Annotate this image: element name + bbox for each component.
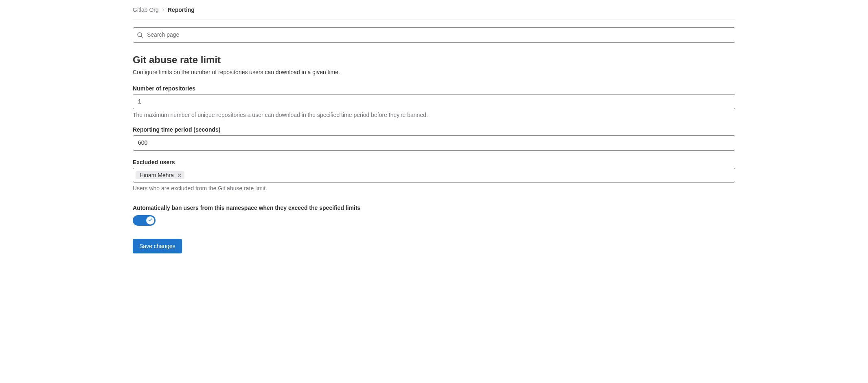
num-repos-group: Number of repositories The maximum numbe… [133, 85, 735, 119]
auto-ban-label: Automatically ban users from this namesp… [133, 205, 735, 211]
num-repos-help: The maximum number of unique repositorie… [133, 112, 735, 118]
auto-ban-toggle[interactable] [133, 215, 156, 226]
excluded-users-group: Excluded users Hinam Mehra Users who are… [133, 159, 735, 192]
breadcrumb-current: Reporting [168, 7, 195, 13]
search-icon [137, 32, 143, 38]
chevron-right-icon [161, 8, 165, 12]
search-wrapper [133, 27, 735, 43]
time-period-input[interactable] [133, 135, 735, 151]
auto-ban-section: Automatically ban users from this namesp… [133, 205, 735, 226]
excluded-users-input[interactable]: Hinam Mehra [133, 168, 735, 183]
num-repos-label: Number of repositories [133, 85, 735, 92]
excluded-users-help: Users who are excluded from the Git abus… [133, 185, 735, 192]
page-title: Git abuse rate limit [133, 54, 735, 66]
num-repos-input[interactable] [133, 94, 735, 110]
check-icon [148, 217, 153, 224]
search-input[interactable] [133, 27, 735, 43]
user-token: Hinam Mehra [136, 171, 184, 179]
user-token-label: Hinam Mehra [140, 172, 174, 178]
toggle-knob [146, 216, 154, 225]
time-period-group: Reporting time period (seconds) [133, 126, 735, 151]
save-button[interactable]: Save changes [133, 239, 182, 253]
excluded-users-label: Excluded users [133, 159, 735, 165]
breadcrumb: Gitlab Org Reporting [133, 7, 735, 20]
time-period-label: Reporting time period (seconds) [133, 126, 735, 133]
close-icon[interactable] [177, 173, 182, 178]
breadcrumb-parent[interactable]: Gitlab Org [133, 7, 159, 13]
page-description: Configure limits on the number of reposi… [133, 69, 735, 75]
